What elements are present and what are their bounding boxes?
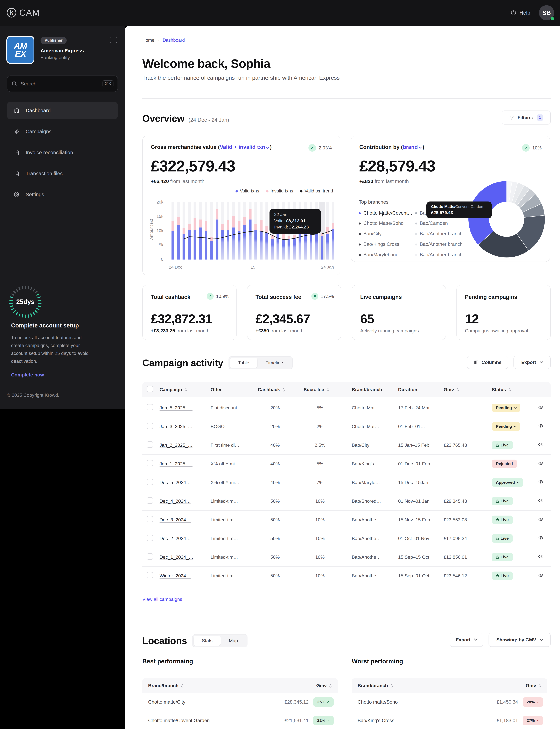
svg-text:25dys: 25dys [16,298,35,305]
